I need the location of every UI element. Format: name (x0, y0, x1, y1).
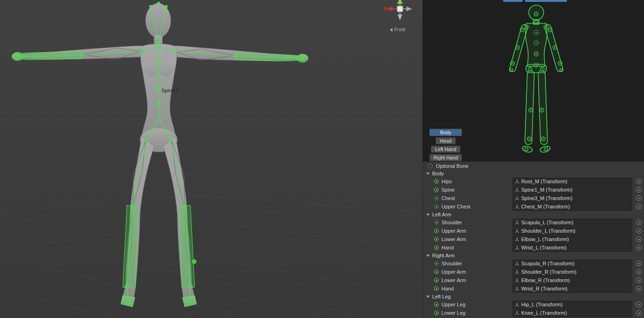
avatar-joint-markers[interactable] (510, 12, 563, 151)
bone-status-icon (434, 270, 439, 274)
bone-status-icon (434, 261, 439, 266)
bone-object-field[interactable]: Chest_M (Transform) (512, 203, 632, 211)
bone-row-right-upper-arm: Upper Arm Shoulder_R (Transform) (423, 268, 644, 276)
bone-object-value: Elbow_R (Transform) (521, 277, 570, 283)
bone-object-value: Shoulder_L (Transform) (521, 228, 575, 234)
object-picker-icon[interactable] (636, 286, 642, 291)
scene-orientation-gizmo[interactable]: x (380, 0, 422, 26)
object-picker-icon[interactable] (636, 204, 642, 209)
loose-joint-dot[interactable] (192, 259, 196, 264)
bone-object-value: Wrist_R (Transform) (521, 286, 567, 291)
object-picker-icon[interactable] (636, 245, 642, 250)
tab-right-hand[interactable]: Right Hand (429, 154, 462, 161)
triangle-left-icon (390, 28, 392, 32)
bone-object-field[interactable]: Knee_L (Transform) (512, 309, 632, 317)
foldout-icon (426, 255, 430, 257)
gizmo-y-axis (397, 0, 403, 4)
scene-viewport[interactable]: Spine 2 x Front (0, 0, 422, 318)
bone-object-field[interactable]: Shoulder_L (Transform) (512, 227, 632, 235)
transform-icon (515, 270, 519, 274)
bone-object-field[interactable]: Spine1_M (Transform) (512, 186, 632, 194)
transform-icon (515, 311, 519, 315)
bone-object-field[interactable]: Wrist_L (Transform) (512, 244, 632, 252)
object-picker-icon[interactable] (636, 228, 642, 234)
bone-row-left-lower-arm: Lower Arm Elbow_L (Transform) (423, 235, 644, 243)
bone-name-tooltip: Spine 2 (161, 88, 179, 93)
bone-object-value: Knee_L (Transform) (521, 310, 567, 316)
bone-object-value: Spine1_M (Transform) (521, 187, 573, 193)
object-picker-icon[interactable] (636, 310, 642, 316)
bone-status-icon (434, 179, 439, 184)
group-header-body[interactable]: Body (423, 170, 644, 177)
object-picker-icon[interactable] (636, 195, 642, 201)
group-header-left-arm[interactable]: Left Arm (423, 211, 644, 218)
bone-object-field[interactable]: Wrist_R (Transform) (512, 285, 632, 293)
object-picker-icon[interactable] (636, 236, 642, 242)
tab-head[interactable]: Head (435, 137, 455, 145)
bone-object-value: Wrist_L (Transform) (521, 245, 567, 250)
bone-mapping-list: Optional Bone Body Hips Root_M (Transfor… (423, 161, 644, 318)
transform-icon (515, 196, 519, 200)
muscles-tab-stub[interactable] (525, 0, 567, 2)
bone-object-value: Chest_M (Transform) (521, 204, 570, 209)
bone-object-value: Scapula_R (Transform) (521, 261, 574, 266)
bone-row-right-lower-arm: Lower Arm Elbow_R (Transform) (423, 276, 644, 284)
transform-icon (515, 237, 519, 242)
transform-icon (515, 302, 519, 307)
bone-status-icon (434, 286, 439, 291)
bone-object-field[interactable]: Hip_L (Transform) (512, 301, 632, 309)
bone-status-icon (434, 311, 439, 315)
transform-icon (515, 278, 519, 283)
bone-object-field[interactable]: Spine3_M (Transform) (512, 194, 632, 202)
bone-row-upper-chest: Upper Chest Chest_M (Transform) (423, 202, 644, 211)
object-picker-icon[interactable] (636, 261, 642, 266)
mapping-tab-stub[interactable] (503, 0, 523, 2)
unity-avatar-configure-window: Spine 2 x Front (0, 0, 644, 318)
bone-object-field[interactable]: Elbow_L (Transform) (512, 235, 632, 243)
bone-row-right-hand: Hand Wrist_R (Transform) (423, 284, 644, 293)
bone-row-left-upper-leg: Upper Leg Hip_L (Transform) (423, 300, 644, 309)
gizmo-cube (397, 6, 403, 12)
bone-row-chest: Chest Spine3_M (Transform) (423, 194, 644, 202)
bone-row-left-hand: Hand Wrist_L (Transform) (423, 243, 644, 252)
object-picker-icon[interactable] (636, 187, 642, 193)
avatar-silhouette (509, 5, 564, 153)
transform-icon (515, 245, 519, 250)
character-model[interactable] (12, 3, 308, 307)
transform-icon (515, 187, 519, 192)
object-picker-icon[interactable] (636, 277, 642, 283)
bone-status-icon (434, 237, 439, 242)
floor-grid (0, 158, 422, 318)
bone-object-field[interactable]: Shoulder_R (Transform) (512, 268, 632, 276)
gizmo-z-axis (406, 7, 412, 11)
transform-icon (515, 179, 519, 184)
view-direction-label[interactable]: Front (390, 27, 405, 32)
object-picker-icon[interactable] (636, 302, 642, 307)
bone-object-value: Root_M (Transform) (521, 179, 567, 184)
group-header-right-arm[interactable]: Right Arm (423, 252, 644, 259)
bone-status-icon (434, 204, 439, 209)
bone-object-value: Hip_L (Transform) (521, 302, 562, 307)
bone-status-icon (434, 278, 439, 283)
bone-status-icon (434, 187, 439, 192)
optional-bone-legend: Optional Bone (423, 162, 644, 170)
transform-icon (515, 204, 519, 209)
object-picker-icon[interactable] (636, 220, 642, 225)
bone-object-field[interactable]: Root_M (Transform) (512, 178, 632, 186)
gizmo-x-label: x (381, 7, 383, 12)
gizmo-x-neg-handle (384, 7, 388, 11)
bone-row-left-shoulder: Shoulder Scapula_L (Transform) (423, 218, 644, 227)
foldout-icon (426, 214, 430, 216)
bone-object-field[interactable]: Scapula_L (Transform) (512, 219, 632, 227)
bone-object-field[interactable]: Scapula_R (Transform) (512, 260, 632, 268)
tab-left-hand[interactable]: Left Hand (431, 145, 461, 153)
bone-object-field[interactable]: Elbow_R (Transform) (512, 277, 632, 284)
bone-row-left-upper-arm: Upper Arm Shoulder_L (Transform) (423, 227, 644, 235)
avatar-mapping-preview[interactable]: Body Head Left Hand Right Hand (423, 0, 644, 162)
bone-row-spine: Spine Spine1_M (Transform) (423, 186, 644, 194)
object-picker-icon[interactable] (636, 179, 642, 184)
bone-status-icon (434, 228, 439, 233)
tab-body[interactable]: Body (429, 129, 462, 136)
object-picker-icon[interactable] (636, 269, 642, 275)
group-header-left-leg[interactable]: Left Leg (423, 293, 644, 300)
